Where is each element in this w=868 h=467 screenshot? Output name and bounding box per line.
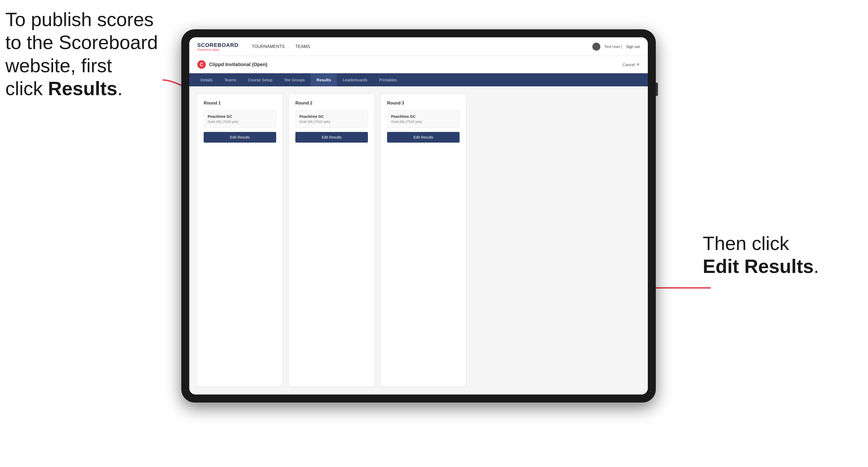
round-1-card: Round 1 Peachtree GC Gold (M) (7010 yds)…	[197, 94, 283, 386]
tab-leaderboards[interactable]: Leaderboards	[337, 73, 373, 86]
round-2-card: Round 2 Peachtree GC Gold (M) (7010 yds)…	[289, 94, 374, 386]
edit-results-button-3[interactable]: Edit Results	[387, 132, 460, 143]
user-icon	[592, 43, 600, 51]
tab-nav: Details Teams Course Setup Tee Groups Re…	[189, 73, 648, 86]
user-name: Test User |	[604, 44, 622, 49]
cancel-button[interactable]: Cancel ✕	[622, 62, 640, 67]
cancel-x-icon: ✕	[636, 62, 640, 67]
round-1-course-details: Gold (M) (7010 yds)	[208, 120, 272, 124]
round-3-card: Round 3 Peachtree GC Gold (M) (7010 yds)…	[381, 94, 466, 386]
round-3-course-card: Peachtree GC Gold (M) (7010 yds)	[387, 111, 460, 128]
round-2-course-details: Gold (M) (7010 yds)	[299, 120, 364, 124]
round-2-course-name: Peachtree GC	[299, 114, 364, 119]
logo-area: SCOREBOARD Powered by clippd	[197, 42, 238, 51]
round-2-title: Round 2	[296, 101, 368, 105]
tab-course-setup[interactable]: Course Setup	[242, 73, 278, 86]
instruction-line-3: website, first	[5, 55, 112, 76]
instruction-line-2: to the Scoreboard	[5, 32, 158, 53]
instruction-line-4-suffix: .	[117, 78, 123, 99]
round-3-course-name: Peachtree GC	[391, 114, 456, 119]
round-1-course-name: Peachtree GC	[208, 114, 272, 119]
instruction-then-click: Then click	[703, 233, 789, 254]
tablet-side-button	[656, 83, 658, 96]
round-3-title: Round 3	[387, 101, 460, 105]
nav-tournaments[interactable]: TOURNAMENTS	[252, 43, 284, 51]
tablet-device: SCOREBOARD Powered by clippd TOURNAMENTS…	[181, 29, 656, 403]
cancel-label: Cancel	[622, 62, 635, 67]
clippd-logo: C	[197, 60, 206, 69]
round-1-title: Round 1	[204, 101, 276, 105]
top-nav: SCOREBOARD Powered by clippd TOURNAMENTS…	[189, 37, 648, 56]
tab-results[interactable]: Results	[311, 73, 337, 86]
instruction-results-bold: Results	[48, 78, 117, 99]
instruction-line-1: To publish scores	[5, 9, 154, 30]
top-nav-right: Test User | Sign out	[592, 43, 640, 51]
sign-out-link[interactable]: Sign out	[626, 44, 640, 49]
sub-header: C Clippd Invitational (Open) Cancel ✕	[189, 56, 648, 73]
round-3-course-details: Gold (M) (7010 yds)	[391, 120, 456, 124]
round-1-course-card: Peachtree GC Gold (M) (7010 yds)	[204, 111, 276, 128]
tab-details[interactable]: Details	[195, 73, 219, 86]
tournament-name: Clippd Invitational (Open)	[209, 62, 268, 67]
main-content: Round 1 Peachtree GC Gold (M) (7010 yds)…	[189, 86, 648, 395]
logo-sub: Powered by clippd	[197, 48, 238, 51]
tab-teams[interactable]: Teams	[219, 73, 242, 86]
instruction-right: Then click Edit Results.	[703, 232, 852, 278]
instruction-left: To publish scores to the Scoreboard webs…	[5, 8, 165, 100]
nav-teams[interactable]: TEAMS	[296, 43, 310, 51]
edit-results-button-2[interactable]: Edit Results	[296, 132, 368, 143]
edit-results-button-1[interactable]: Edit Results	[204, 132, 276, 143]
instruction-line-4-prefix: click	[5, 78, 48, 99]
tablet-screen: SCOREBOARD Powered by clippd TOURNAMENTS…	[189, 37, 648, 395]
instruction-edit-results-bold: Edit Results	[703, 256, 814, 277]
instruction-edit-results-suffix: .	[814, 256, 819, 277]
logo-text: SCOREBOARD	[197, 42, 238, 48]
nav-links: TOURNAMENTS TEAMS	[252, 43, 592, 51]
tab-printables[interactable]: Printables	[373, 73, 403, 86]
tab-tee-groups[interactable]: Tee Groups	[278, 73, 311, 86]
round-2-course-card: Peachtree GC Gold (M) (7010 yds)	[296, 111, 368, 128]
tournament-name-area: C Clippd Invitational (Open)	[197, 60, 268, 69]
